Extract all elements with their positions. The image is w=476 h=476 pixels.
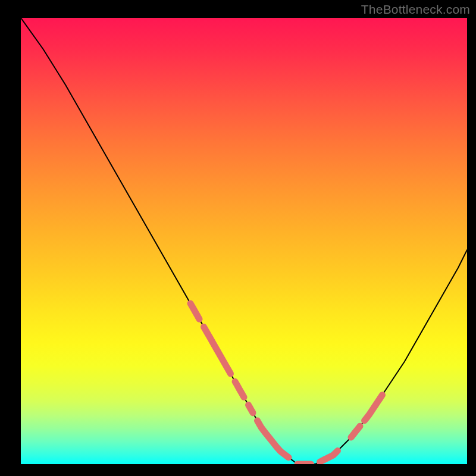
dash-segment [204,327,231,374]
watermark-text: TheBottleneck.com [361,2,470,17]
dash-segment [235,381,244,397]
dash-segment [365,395,383,421]
dash-overlay-group [190,303,383,464]
dash-segment [249,405,253,413]
plot-area [21,18,467,464]
dash-segment [190,303,199,319]
dash-segment [258,421,289,458]
dash-segment [351,426,360,437]
bottleneck-curve-svg [21,18,467,464]
dash-segment [320,451,338,462]
chart-frame: TheBottleneck.com [0,0,476,476]
